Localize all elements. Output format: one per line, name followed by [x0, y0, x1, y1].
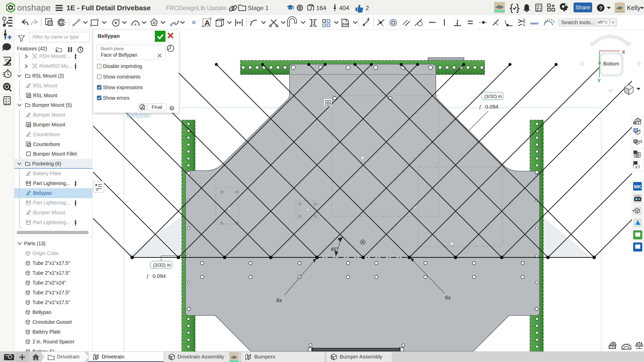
- svg-text:ƒ: ƒ: [479, 104, 482, 110]
- svg-text:0.094: 0.094: [485, 104, 498, 110]
- svg-text:(3/32) in: (3/32) in: [153, 262, 171, 268]
- svg-text:164: 164: [316, 5, 326, 11]
- svg-text:MK: MK: [634, 184, 641, 189]
- svg-text:6x: 6x: [276, 297, 282, 303]
- svg-text:x: x: [635, 164, 638, 169]
- svg-text:?: ?: [599, 5, 602, 11]
- svg-text:(3/32) in: (3/32) in: [484, 94, 502, 99]
- svg-text:Kelly: Kelly: [627, 4, 641, 11]
- svg-text:onshape: onshape: [17, 3, 51, 12]
- svg-text:45°: 45°: [331, 246, 338, 252]
- svg-text:6x: 6x: [445, 295, 451, 300]
- svg-text:Stage 1: Stage 1: [248, 5, 269, 11]
- svg-text:FRCDesignLib Update: FRCDesignLib Update: [166, 5, 226, 11]
- svg-text:0.094: 0.094: [153, 273, 166, 279]
- svg-text:DXF: DXF: [342, 22, 349, 26]
- svg-text:A: A: [204, 19, 210, 27]
- svg-text:ƒ: ƒ: [146, 273, 149, 279]
- svg-text:2: 2: [366, 5, 369, 11]
- svg-text:404: 404: [339, 5, 349, 11]
- svg-text:1E - Full Detail Drivebase: 1E - Full Detail Drivebase: [66, 4, 151, 12]
